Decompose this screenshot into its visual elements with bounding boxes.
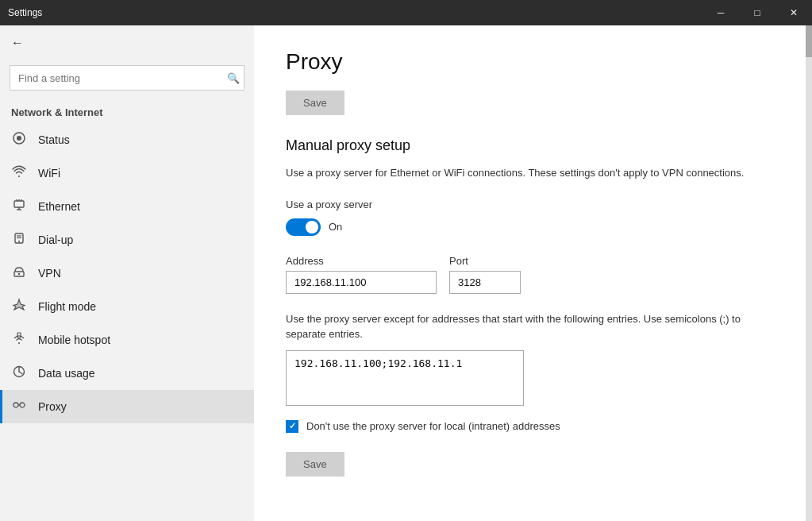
port-label: Port xyxy=(449,255,521,267)
scrollbar-thumb[interactable] xyxy=(806,25,812,57)
checkbox-label: Don't use the proxy server for local (in… xyxy=(306,420,560,432)
checkbox-row: ✓ Don't use the proxy server for local (… xyxy=(286,420,780,433)
search-icon: 🔍 xyxy=(227,72,240,84)
svg-point-13 xyxy=(18,273,20,275)
address-label: Address xyxy=(286,255,437,267)
toggle-state-label: On xyxy=(329,221,342,233)
svg-point-9 xyxy=(18,241,20,242)
proxy-server-label: Use a proxy server xyxy=(286,199,780,210)
datausage-icon xyxy=(11,365,27,382)
ethernet-icon xyxy=(11,198,27,215)
sidebar-item-ethernet-label: Ethernet xyxy=(38,200,80,213)
section-label: Network & Internet xyxy=(0,100,254,123)
mobilehotspot-icon xyxy=(11,331,27,349)
sidebar-item-dialup[interactable]: Dial-up xyxy=(0,223,254,257)
sidebar-item-mobilehotspot[interactable]: Mobile hotspot xyxy=(0,323,254,357)
svg-rect-2 xyxy=(14,201,24,207)
sidebar-item-proxy-label: Proxy xyxy=(38,400,67,413)
manual-setup-title: Manual proxy setup xyxy=(286,137,780,154)
status-icon xyxy=(11,131,27,149)
back-arrow-icon: ← xyxy=(11,36,24,50)
window-controls: ─ □ ✕ xyxy=(702,0,812,25)
flightmode-icon xyxy=(11,298,27,315)
svg-point-1 xyxy=(17,136,21,141)
sidebar-item-datausage-label: Data usage xyxy=(38,367,95,380)
address-group: Address xyxy=(286,255,437,294)
exceptions-textarea[interactable] xyxy=(286,350,524,406)
address-input[interactable] xyxy=(286,271,437,294)
checkmark-icon: ✓ xyxy=(289,421,296,431)
back-button[interactable]: ← xyxy=(0,25,254,60)
svg-rect-14 xyxy=(17,333,21,338)
sidebar-item-flightmode[interactable]: Flight mode xyxy=(0,290,254,323)
proxy-icon xyxy=(11,398,27,415)
minimize-button[interactable]: ─ xyxy=(702,0,739,25)
app-title: Settings xyxy=(8,7,42,18)
sidebar-item-flightmode-label: Flight mode xyxy=(38,300,96,313)
titlebar: Settings ─ □ ✕ xyxy=(0,0,812,25)
sidebar-item-status-label: Status xyxy=(38,133,70,146)
sidebar: ← 🔍 Network & Internet Status xyxy=(0,25,254,521)
save-bottom-button[interactable]: Save xyxy=(286,452,344,477)
scrollbar-track[interactable] xyxy=(806,25,812,521)
sidebar-item-vpn[interactable]: VPN xyxy=(0,257,254,290)
exceptions-description: Use the proxy server except for addresse… xyxy=(286,311,762,342)
sidebar-item-status[interactable]: Status xyxy=(0,123,254,156)
sidebar-item-wifi[interactable]: WiFi xyxy=(0,156,254,190)
vpn-icon xyxy=(11,264,27,282)
sidebar-item-datausage[interactable]: Data usage xyxy=(0,357,254,390)
app-body: ← 🔍 Network & Internet Status xyxy=(0,25,812,521)
proxy-toggle-row: On xyxy=(286,218,780,236)
port-group: Port xyxy=(449,255,521,294)
search-container: 🔍 xyxy=(10,65,244,91)
sidebar-item-ethernet[interactable]: Ethernet xyxy=(0,190,254,223)
toggle-thumb xyxy=(306,221,318,233)
restore-button[interactable]: □ xyxy=(739,0,775,25)
close-button[interactable]: ✕ xyxy=(775,0,812,25)
page-title: Proxy xyxy=(286,49,780,75)
dialup-icon xyxy=(11,231,27,249)
sidebar-item-proxy[interactable]: Proxy xyxy=(0,390,254,423)
proxy-description: Use a proxy server for Ethernet or WiFi … xyxy=(286,165,778,181)
sidebar-item-vpn-label: VPN xyxy=(38,267,61,280)
proxy-toggle[interactable] xyxy=(286,218,321,236)
content-area: Proxy Save Manual proxy setup Use a prox… xyxy=(254,25,812,521)
address-port-row: Address Port xyxy=(286,255,780,294)
local-addresses-checkbox[interactable]: ✓ xyxy=(286,420,298,433)
search-input[interactable] xyxy=(10,65,244,91)
wifi-icon xyxy=(11,164,27,182)
port-input[interactable] xyxy=(449,271,521,294)
sidebar-item-wifi-label: WiFi xyxy=(38,167,60,179)
sidebar-item-mobilehotspot-label: Mobile hotspot xyxy=(38,334,110,346)
svg-point-17 xyxy=(20,403,25,407)
svg-point-16 xyxy=(13,403,18,407)
save-top-button[interactable]: Save xyxy=(286,91,344,115)
sidebar-item-dialup-label: Dial-up xyxy=(38,233,73,246)
